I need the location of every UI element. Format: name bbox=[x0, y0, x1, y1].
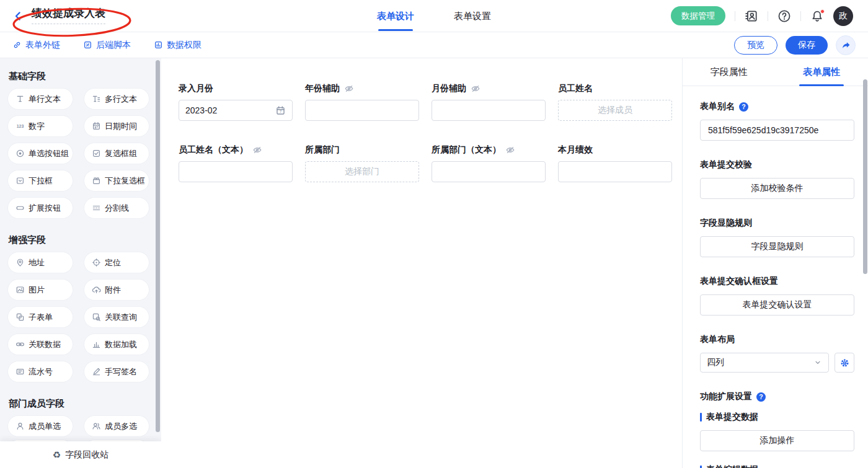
field-type-member-multi[interactable]: 成员多选 bbox=[84, 416, 149, 436]
panel-scrollbar[interactable] bbox=[863, 79, 867, 274]
section-title-enhanced-fields: 增强字段 bbox=[9, 234, 161, 246]
pill-label: 附件 bbox=[105, 285, 121, 296]
header-left: 绩效提成录入表 bbox=[12, 7, 273, 24]
data-permission-link[interactable]: 数据权限 bbox=[154, 40, 202, 51]
field-type-multi-line-text[interactable]: 多行文本 bbox=[84, 89, 149, 109]
app-header: 绩效提成录入表 表单设计 表单设置 数据管理 政 bbox=[0, 0, 868, 32]
hidden-eye-icon bbox=[505, 145, 515, 155]
field-type-radio-group[interactable]: 单选按钮组 bbox=[8, 143, 73, 164]
field-type-subform[interactable]: 子表单 bbox=[8, 307, 73, 327]
field-type-extend-button[interactable]: 扩展按钮 bbox=[8, 198, 73, 218]
field-type-linked-query[interactable]: 关联查询 bbox=[84, 307, 149, 327]
text-input[interactable] bbox=[305, 100, 419, 121]
help-icon[interactable] bbox=[777, 9, 791, 23]
save-button[interactable]: 保存 bbox=[786, 36, 828, 55]
field-type-attachment[interactable]: 附件 bbox=[84, 280, 149, 300]
tab-form-settings[interactable]: 表单设置 bbox=[454, 0, 491, 32]
submit-confirm-label: 表单提交确认框设置 bbox=[700, 276, 778, 287]
field-type-serial-number[interactable]: 流水号 bbox=[8, 361, 73, 382]
form-field-employee-name-text[interactable]: 员工姓名（文本） bbox=[179, 144, 293, 182]
enhanced-fields-grid: 地址 定位 图片 附件 子表单 关联查询 关联数据 数据加载 流水号 手写签名 bbox=[8, 252, 161, 382]
layout-select[interactable]: 四列 bbox=[700, 353, 829, 373]
field-type-linked-data[interactable]: 关联数据 bbox=[8, 334, 73, 355]
submit-confirm-setting-button[interactable]: 表单提交确认设置 bbox=[700, 294, 854, 316]
tab-form-properties[interactable]: 表单属性 bbox=[776, 58, 868, 86]
form-alias-input[interactable] bbox=[700, 120, 854, 141]
field-type-image[interactable]: 图片 bbox=[8, 280, 73, 300]
field-type-single-line-text[interactable]: 单行文本 bbox=[8, 89, 73, 109]
field-type-number[interactable]: 数字 bbox=[8, 116, 73, 136]
form-layout-label: 表单布局 bbox=[700, 334, 735, 345]
properties-panel: 字段属性 表单属性 表单别名 表单提交校验 添加校验条件 字段显隐规则 字段显隐… bbox=[682, 58, 868, 468]
layout-settings-button[interactable] bbox=[835, 353, 854, 373]
backend-script-link[interactable]: 后端脚本 bbox=[83, 40, 131, 51]
back-icon[interactable] bbox=[12, 11, 24, 22]
field-type-checkbox-group[interactable]: 复选框组 bbox=[84, 143, 149, 164]
serial-number-icon bbox=[16, 367, 25, 376]
sidebar-scrollbar[interactable] bbox=[156, 60, 160, 432]
field-type-multi-select[interactable]: 下拉复选框 bbox=[84, 170, 149, 191]
field-type-member-single[interactable]: 成员单选 bbox=[8, 416, 73, 436]
tab-form-design[interactable]: 表单设计 bbox=[377, 0, 414, 32]
address-book-icon[interactable] bbox=[745, 9, 758, 23]
form-field-year-helper[interactable]: 年份辅助 bbox=[305, 83, 419, 121]
date-input[interactable]: 2023-02 bbox=[179, 100, 293, 121]
pill-label: 关联查询 bbox=[105, 312, 137, 323]
field-type-divider[interactable]: 分割线 bbox=[84, 198, 149, 218]
form-field-employee-name[interactable]: 员工姓名 选择成员 bbox=[558, 83, 672, 121]
link-label: 后端脚本 bbox=[96, 40, 131, 51]
data-manage-button[interactable]: 数据管理 bbox=[671, 6, 725, 25]
share-button[interactable] bbox=[836, 35, 856, 55]
location-icon bbox=[92, 258, 101, 267]
calendar-icon bbox=[275, 105, 286, 116]
add-validate-condition-button[interactable]: 添加校验条件 bbox=[700, 178, 854, 199]
pill-label: 数据加载 bbox=[105, 339, 137, 350]
preview-button[interactable]: 预览 bbox=[734, 36, 777, 55]
member-picker[interactable]: 选择成员 bbox=[558, 100, 672, 121]
section-title-basic-fields: 基础字段 bbox=[9, 71, 161, 82]
form-field-department[interactable]: 所属部门 选择部门 bbox=[305, 144, 419, 182]
pill-label: 成员多选 bbox=[105, 421, 137, 432]
form-toolbar: 表单外链 后端脚本 数据权限 预览 保存 bbox=[0, 32, 868, 58]
form-field-department-text[interactable]: 所属部门（文本） bbox=[432, 144, 546, 182]
department-picker[interactable]: 选择部门 bbox=[305, 161, 419, 182]
page-title[interactable]: 绩效提成录入表 bbox=[32, 7, 105, 24]
pill-label: 复选框组 bbox=[105, 148, 137, 159]
edit-data-label: 表单编辑数据 bbox=[706, 464, 758, 468]
share-arrow-icon bbox=[841, 40, 851, 50]
text-input[interactable] bbox=[558, 161, 672, 182]
avatar[interactable]: 政 bbox=[833, 6, 853, 26]
pill-label: 下拉复选框 bbox=[105, 175, 145, 187]
form-design-canvas[interactable]: 录入月份 2023-02 年份辅助 月份辅助 员工姓名 选择成员 bbox=[161, 58, 682, 468]
field-label: 员工姓名（文本） bbox=[179, 144, 248, 156]
field-type-location[interactable]: 定位 bbox=[84, 252, 149, 273]
hidden-eye-icon bbox=[344, 84, 354, 94]
question-icon[interactable] bbox=[756, 392, 766, 402]
tab-field-properties[interactable]: 字段属性 bbox=[683, 58, 776, 86]
form-field-month-performance[interactable]: 本月绩效 bbox=[558, 144, 672, 182]
form-external-link[interactable]: 表单外链 bbox=[12, 40, 60, 51]
submit-data-add-action-button[interactable]: 添加操作 bbox=[700, 430, 854, 451]
field-type-datetime[interactable]: 日期时间 bbox=[84, 116, 149, 136]
text-input[interactable] bbox=[432, 100, 546, 121]
field-type-signature[interactable]: 手写签名 bbox=[84, 361, 149, 382]
gear-icon bbox=[839, 358, 850, 368]
field-type-address[interactable]: 地址 bbox=[8, 252, 73, 273]
form-field-month-helper[interactable]: 月份辅助 bbox=[432, 83, 546, 121]
question-icon[interactable] bbox=[739, 102, 748, 112]
submit-data-label: 表单提交数据 bbox=[706, 412, 758, 423]
form-field-entry-month[interactable]: 录入月份 2023-02 bbox=[179, 83, 293, 121]
panel-content: 表单别名 表单提交校验 添加校验条件 字段显隐规则 字段显隐规则 表单提交确认框… bbox=[683, 86, 868, 468]
field-visibility-rule-button[interactable]: 字段显隐规则 bbox=[700, 236, 854, 257]
pill-label: 单行文本 bbox=[29, 94, 61, 105]
chevron-down-icon bbox=[813, 358, 822, 367]
text-input[interactable] bbox=[179, 161, 293, 182]
notification-bell[interactable] bbox=[810, 9, 824, 23]
field-type-data-load[interactable]: 数据加载 bbox=[84, 334, 149, 355]
subform-icon bbox=[16, 312, 25, 322]
linked-query-icon bbox=[92, 312, 101, 322]
field-recycle-bin[interactable]: ♻ 字段回收站 bbox=[0, 441, 161, 468]
field-type-select[interactable]: 下拉框 bbox=[8, 170, 73, 191]
date-value: 2023-02 bbox=[185, 105, 217, 115]
text-input[interactable] bbox=[432, 161, 546, 182]
